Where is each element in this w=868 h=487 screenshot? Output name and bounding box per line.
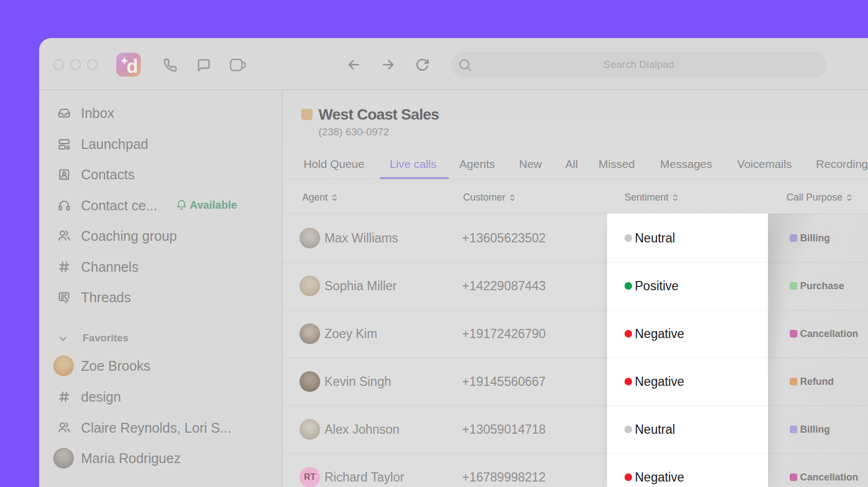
svg-text:d: d <box>127 55 138 77</box>
